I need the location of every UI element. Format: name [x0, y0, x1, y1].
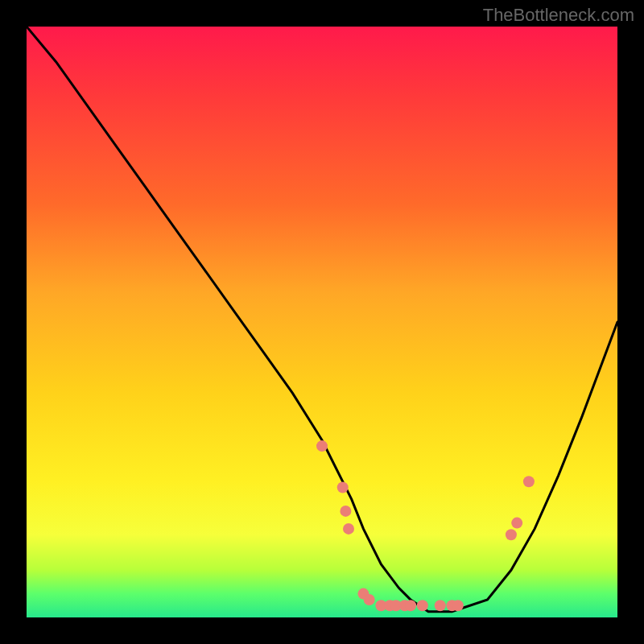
curve-markers — [316, 440, 535, 611]
curve-marker — [343, 523, 354, 535]
curve-marker — [523, 476, 535, 487]
curve-marker — [435, 600, 446, 611]
curve-marker — [506, 529, 517, 540]
chart-container: TheBottleneck.com — [0, 0, 644, 644]
curve-marker — [452, 600, 464, 611]
chart-svg — [27, 27, 617, 617]
plot-area — [27, 27, 617, 617]
curve-marker — [340, 506, 351, 517]
curve-marker — [417, 600, 428, 611]
curve-marker — [316, 440, 328, 452]
curve-marker — [337, 482, 349, 493]
curve-marker — [511, 518, 522, 529]
watermark-label: TheBottleneck.com — [483, 5, 634, 26]
bottleneck-curve — [27, 27, 617, 612]
curve-marker — [405, 600, 416, 611]
curve-marker — [364, 594, 375, 605]
